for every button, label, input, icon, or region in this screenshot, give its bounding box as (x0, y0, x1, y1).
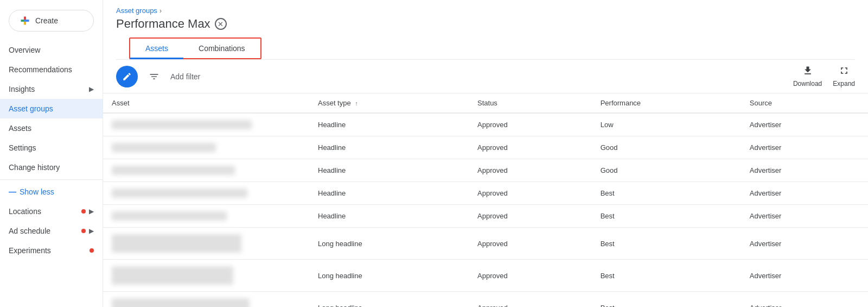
asset-text-blurred: blurred content headline text second (112, 143, 216, 152)
cell-source: Advertiser (741, 292, 868, 308)
col-performance: Performance (592, 93, 741, 113)
sidebar-item-label: Change history (9, 163, 60, 172)
alert-dot (81, 209, 86, 214)
show-less-button[interactable]: — Show less (0, 182, 103, 202)
sidebar-item-locations[interactable]: Locations ▶ (0, 202, 103, 221)
sidebar-item-label: Asset groups (9, 104, 53, 113)
alert-dot (81, 229, 86, 233)
alert-dot (90, 248, 94, 253)
filter-icon (149, 71, 159, 82)
cell-performance: Good (592, 136, 741, 159)
cell-performance: Best (592, 205, 741, 228)
sidebar-item-change-history[interactable]: Change history (0, 158, 103, 177)
col-asset-type[interactable]: Asset type ↑ (309, 93, 469, 113)
cell-asset-type: Long headline (309, 292, 469, 308)
edit-button[interactable] (116, 66, 138, 87)
cell-performance: Best (592, 292, 741, 308)
sidebar-item-ad-schedule[interactable]: Ad schedule ▶ (0, 221, 103, 241)
sort-icon: ↑ (355, 100, 358, 106)
cell-performance: Low (592, 113, 741, 136)
tab-assets[interactable]: Assets (130, 39, 183, 58)
cell-source: Advertiser (741, 260, 868, 292)
cell-status: Approved (469, 159, 592, 182)
close-button[interactable]: ✕ (215, 18, 227, 30)
table-header-row: Asset Asset type ↑ Status Performance So… (103, 93, 868, 113)
cell-source: Advertiser (741, 159, 868, 182)
cell-asset-type: Headline (309, 205, 469, 228)
tab-label: Combinations (199, 44, 245, 53)
add-filter-button[interactable]: Add filter (170, 72, 200, 81)
edit-icon (122, 72, 132, 82)
cell-asset-type: Headline (309, 159, 469, 182)
cell-source: Advertiser (741, 205, 868, 228)
sidebar-item-label: Settings (9, 143, 36, 152)
table-row: blurred content long headline text line … (103, 260, 868, 292)
cell-source: Advertiser (741, 136, 868, 159)
tab-wrapper: Assets Combinations (129, 37, 261, 59)
table-row: blurred content headline text fourthHead… (103, 182, 868, 205)
asset-text-blurred: blurred content long headline text line … (112, 234, 241, 253)
col-source: Source (741, 93, 868, 113)
cell-asset: blurred content long headline text line … (103, 292, 309, 308)
cell-asset-type: Headline (309, 136, 469, 159)
table-body: blurred content headline textHeadlineApp… (103, 113, 868, 307)
sidebar-item-settings[interactable]: Settings (0, 138, 103, 158)
cell-status: Approved (469, 205, 592, 228)
sidebar-item-insights[interactable]: Insights ▶ (0, 79, 103, 99)
cell-asset: blurred content long headline text line … (103, 260, 309, 292)
table-row: blurred content long headline text line … (103, 292, 868, 308)
sidebar-item-overview[interactable]: Overview (0, 40, 103, 60)
title-text: Performance Max (116, 17, 210, 31)
svg-rect-3 (24, 22, 26, 25)
expand-button[interactable]: Expand (833, 65, 855, 87)
cell-status: Approved (469, 113, 592, 136)
asset-text-blurred: blurred content long headline text line … (112, 298, 250, 307)
filter-button[interactable] (144, 67, 164, 86)
cell-source: Advertiser (741, 113, 868, 136)
cell-performance: Best (592, 182, 741, 205)
table-row: blurred content headline text thirdHeadl… (103, 159, 868, 182)
expand-label: Expand (833, 80, 855, 87)
download-button[interactable]: Download (793, 65, 822, 87)
assets-table: Asset Asset type ↑ Status Performance So… (103, 93, 868, 307)
tab-combinations[interactable]: Combinations (183, 39, 260, 58)
cell-source: Advertiser (741, 182, 868, 205)
chevron-right-icon: › (159, 7, 162, 15)
breadcrumb[interactable]: Asset groups › (116, 7, 855, 15)
cell-asset: blurred content headline text second (103, 136, 309, 159)
plus-icon (19, 15, 31, 27)
sidebar-item-label: Locations (9, 207, 41, 216)
sidebar-item-experiments[interactable]: Experiments (0, 241, 103, 260)
create-label: Create (35, 16, 58, 25)
sidebar-item-label: Overview (9, 46, 40, 54)
chevron-right-icon: ▶ (89, 85, 94, 93)
breadcrumb-text: Asset groups (116, 7, 157, 15)
cell-status: Approved (469, 136, 592, 159)
cell-performance: Best (592, 260, 741, 292)
download-icon (802, 65, 813, 79)
svg-rect-5 (26, 20, 29, 22)
cell-asset-type: Long headline (309, 260, 469, 292)
tabs-container: Assets Combinations (116, 37, 855, 60)
sidebar-item-label: Insights (9, 85, 35, 93)
cell-asset: blurred content headline text fifth (103, 205, 309, 228)
sidebar-item-assets[interactable]: Assets (0, 118, 103, 138)
sidebar-item-recommendations[interactable]: Recommendations (0, 60, 103, 79)
page-header: Asset groups › Performance Max ✕ Assets … (103, 0, 868, 60)
main-content: Asset groups › Performance Max ✕ Assets … (103, 0, 868, 307)
sidebar-item-label: Ad schedule (9, 227, 50, 235)
table-row: blurred content long headline text line … (103, 228, 868, 260)
toolbar-actions: Download Expand (793, 65, 855, 87)
sidebar-item-label: Experiments (9, 246, 51, 255)
create-button[interactable]: Create (9, 10, 94, 32)
toolbar: Add filter Download Expand (103, 60, 868, 93)
table-row: blurred content headline text secondHead… (103, 136, 868, 159)
svg-rect-2 (24, 17, 26, 20)
download-label: Download (793, 80, 822, 87)
sidebar-divider (0, 179, 103, 180)
data-table-wrapper: Asset Asset type ↑ Status Performance So… (103, 93, 868, 307)
asset-text-blurred: blurred content headline text fourth (112, 189, 247, 198)
sidebar-item-asset-groups[interactable]: Asset groups (0, 99, 103, 118)
cell-asset: blurred content headline text fourth (103, 182, 309, 205)
cell-asset: blurred content long headline text line … (103, 228, 309, 260)
